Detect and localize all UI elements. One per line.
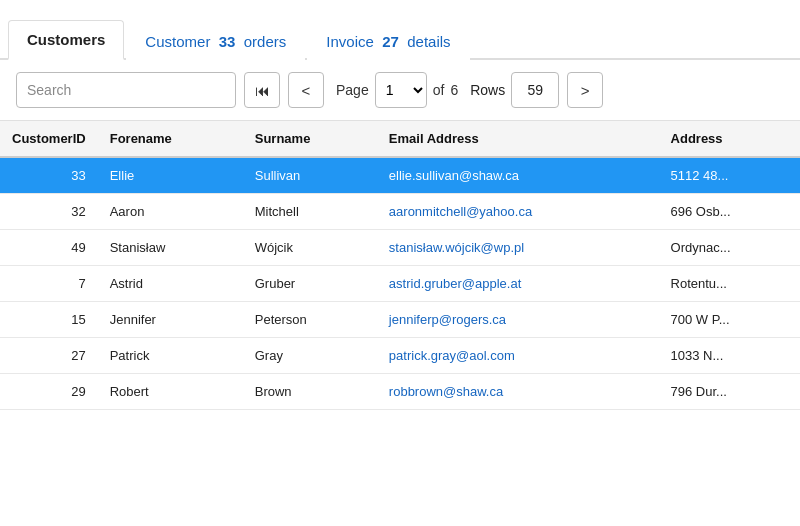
table-row[interactable]: 27PatrickGraypatrick.gray@aol.com1033 N.… bbox=[0, 338, 800, 374]
table-header-row: CustomerID Forename Surname Email Addres… bbox=[0, 121, 800, 157]
cell-surname: Gray bbox=[243, 338, 377, 374]
tab-invoices-suffix: details bbox=[407, 33, 450, 50]
page-info: Page 1 2 3 4 5 6 of 6 bbox=[336, 72, 458, 108]
cell-forename: Stanisław bbox=[98, 230, 243, 266]
cell-email[interactable]: jenniferp@rogers.ca bbox=[377, 302, 659, 338]
cell-address: 5112 48... bbox=[659, 157, 800, 194]
tab-invoices[interactable]: Invoice 27 details bbox=[307, 22, 469, 60]
tab-orders[interactable]: Customer 33 orders bbox=[126, 22, 305, 60]
cell-id: 27 bbox=[0, 338, 98, 374]
tab-bar: Customers Customer 33 orders Invoice 27 … bbox=[0, 0, 800, 60]
col-header-forename: Forename bbox=[98, 121, 243, 157]
tab-customers-label: Customers bbox=[27, 31, 105, 48]
col-header-email: Email Address bbox=[377, 121, 659, 157]
cell-forename: Aaron bbox=[98, 194, 243, 230]
cell-surname: Peterson bbox=[243, 302, 377, 338]
of-label: of bbox=[433, 82, 445, 98]
cell-forename: Robert bbox=[98, 374, 243, 410]
cell-address: 700 W P... bbox=[659, 302, 800, 338]
cell-address: Rotentu... bbox=[659, 266, 800, 302]
cell-surname: Brown bbox=[243, 374, 377, 410]
rows-info: Rows 59 bbox=[470, 72, 559, 108]
page-label: Page bbox=[336, 82, 369, 98]
table-row[interactable]: 33EllieSullivanellie.sullivan@shaw.ca511… bbox=[0, 157, 800, 194]
cell-forename: Astrid bbox=[98, 266, 243, 302]
cell-email[interactable]: aaronmitchell@yahoo.ca bbox=[377, 194, 659, 230]
cell-id: 29 bbox=[0, 374, 98, 410]
cell-surname: Mitchell bbox=[243, 194, 377, 230]
tab-orders-label: Customer bbox=[145, 33, 210, 50]
cell-id: 49 bbox=[0, 230, 98, 266]
table-row[interactable]: 49StanisławWójcikstanisław.wójcik@wp.plO… bbox=[0, 230, 800, 266]
tab-invoices-count: 27 bbox=[382, 33, 399, 50]
col-header-customerid: CustomerID bbox=[0, 121, 98, 157]
cell-surname: Gruber bbox=[243, 266, 377, 302]
cell-id: 15 bbox=[0, 302, 98, 338]
cell-forename: Patrick bbox=[98, 338, 243, 374]
first-page-button[interactable]: ⏮ bbox=[244, 72, 280, 108]
toolbar: ⏮ < Page 1 2 3 4 5 6 of 6 Rows 59 > bbox=[0, 60, 800, 121]
table-row[interactable]: 29RobertBrownrobbrown@shaw.ca796 Dur... bbox=[0, 374, 800, 410]
rows-count: 59 bbox=[511, 72, 559, 108]
cell-id: 32 bbox=[0, 194, 98, 230]
tab-customers[interactable]: Customers bbox=[8, 20, 124, 60]
total-pages: 6 bbox=[450, 82, 458, 98]
cell-id: 7 bbox=[0, 266, 98, 302]
cell-id: 33 bbox=[0, 157, 98, 194]
cell-email[interactable]: ellie.sullivan@shaw.ca bbox=[377, 157, 659, 194]
cell-address: 796 Dur... bbox=[659, 374, 800, 410]
tab-orders-suffix: orders bbox=[244, 33, 287, 50]
next-page-button[interactable]: > bbox=[567, 72, 603, 108]
tab-invoices-label: Invoice bbox=[326, 33, 374, 50]
table-row[interactable]: 7AstridGruberastrid.gruber@apple.atRoten… bbox=[0, 266, 800, 302]
cell-address: Ordynac... bbox=[659, 230, 800, 266]
customers-table: CustomerID Forename Surname Email Addres… bbox=[0, 121, 800, 410]
cell-forename: Jennifer bbox=[98, 302, 243, 338]
cell-surname: Sullivan bbox=[243, 157, 377, 194]
col-header-surname: Surname bbox=[243, 121, 377, 157]
prev-page-button[interactable]: < bbox=[288, 72, 324, 108]
col-header-address: Address bbox=[659, 121, 800, 157]
cell-forename: Ellie bbox=[98, 157, 243, 194]
cell-address: 1033 N... bbox=[659, 338, 800, 374]
tab-orders-count: 33 bbox=[219, 33, 236, 50]
rows-label: Rows bbox=[470, 82, 505, 98]
cell-surname: Wójcik bbox=[243, 230, 377, 266]
data-table-container: CustomerID Forename Surname Email Addres… bbox=[0, 121, 800, 410]
table-row[interactable]: 15JenniferPetersonjenniferp@rogers.ca700… bbox=[0, 302, 800, 338]
table-row[interactable]: 32AaronMitchellaaronmitchell@yahoo.ca696… bbox=[0, 194, 800, 230]
cell-email[interactable]: stanisław.wójcik@wp.pl bbox=[377, 230, 659, 266]
cell-email[interactable]: astrid.gruber@apple.at bbox=[377, 266, 659, 302]
search-input[interactable] bbox=[16, 72, 236, 108]
cell-email[interactable]: patrick.gray@aol.com bbox=[377, 338, 659, 374]
cell-email[interactable]: robbrown@shaw.ca bbox=[377, 374, 659, 410]
cell-address: 696 Osb... bbox=[659, 194, 800, 230]
page-select[interactable]: 1 2 3 4 5 6 bbox=[375, 72, 427, 108]
